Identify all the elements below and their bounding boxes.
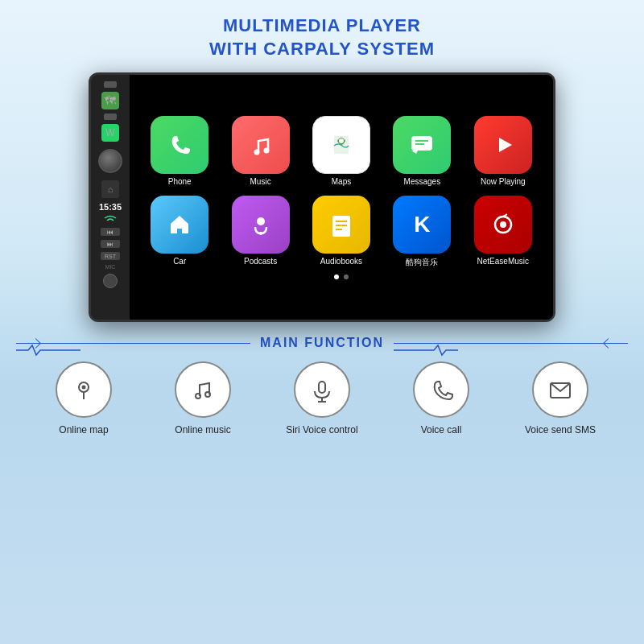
- page-dots[interactable]: [334, 275, 349, 279]
- svg-rect-20: [319, 382, 325, 393]
- app-item-audiobooks[interactable]: Audiobooks: [306, 196, 377, 268]
- app-icon-podcasts: [232, 196, 290, 254]
- app-item-podcasts[interactable]: Podcasts: [225, 196, 295, 268]
- svg-point-7: [257, 217, 265, 225]
- function-online-map: Online map: [35, 361, 132, 436]
- main-function-header: MAIN FUNCTION: [16, 336, 628, 350]
- siri-voice-label: Siri Voice control: [286, 424, 357, 436]
- app-item-nowplaying[interactable]: Now Playing: [468, 116, 539, 186]
- app-label-podcasts: Podcasts: [244, 257, 277, 266]
- app-icon-nowplaying: [474, 116, 532, 174]
- app-item-music[interactable]: Music: [225, 116, 295, 186]
- main-function-title: MAIN FUNCTION: [260, 336, 384, 350]
- wifi-icon: [101, 216, 119, 224]
- title-section: MULTIMEDIA PLAYER WITH CARPALY SYSTEM: [0, 0, 644, 68]
- mic-label: MIC: [105, 264, 116, 270]
- voice-sms-icon: [532, 361, 588, 418]
- app-item-car[interactable]: Car: [144, 196, 215, 268]
- app-icon-kaigou: K: [393, 196, 451, 254]
- app-label-messages: Messages: [404, 177, 441, 186]
- next-btn[interactable]: ⏭: [101, 240, 120, 248]
- voice-sms-label: Voice send SMS: [525, 424, 596, 436]
- app-grid: PhoneMusicMapsMessagesNow PlayingCarPodc…: [138, 116, 545, 268]
- online-music-label: Online music: [175, 424, 230, 436]
- app-label-nowplaying: Now Playing: [481, 177, 526, 186]
- main-function-section: MAIN FUNCTION Online map: [0, 326, 644, 444]
- svg-point-0: [254, 149, 259, 155]
- svg-point-17: [82, 386, 86, 390]
- voice-call-icon: [413, 361, 469, 418]
- app-label-phone: Phone: [168, 177, 192, 186]
- app-label-audiobooks: Audiobooks: [320, 257, 362, 266]
- prev-btn[interactable]: ⏮: [101, 228, 120, 236]
- time-display: 15:35: [99, 202, 122, 212]
- voice-call-label: Voice call: [421, 424, 462, 436]
- rst-btn[interactable]: RST: [101, 252, 120, 260]
- app-label-maps: Maps: [332, 177, 351, 186]
- whatsapp-icon: W: [101, 124, 119, 142]
- app-item-kaigou[interactable]: K酷狗音乐: [386, 196, 457, 268]
- page-title-line2: WITH CARPALY SYSTEM: [0, 38, 644, 61]
- function-siri-voice: Siri Voice control: [274, 361, 370, 436]
- app-icon-music: [232, 116, 290, 174]
- device-wrapper: 🗺 W 15:35 ⏮ ⏭ RST MIC PhoneMusicMapsMess…: [0, 68, 644, 326]
- svg-marker-6: [499, 138, 512, 152]
- dot-1[interactable]: [334, 275, 339, 279]
- svg-point-18: [196, 394, 200, 398]
- app-item-messages[interactable]: Messages: [386, 116, 457, 186]
- circle-button[interactable]: [103, 274, 118, 288]
- home-icon[interactable]: [101, 180, 119, 198]
- svg-point-2: [339, 138, 344, 143]
- app-icon-messages: [393, 116, 451, 174]
- app-icon-car: [151, 196, 208, 254]
- app-icon-audiobooks: [312, 196, 370, 254]
- function-voice-sms: Voice send SMS: [512, 361, 609, 436]
- online-music-icon: [175, 361, 231, 418]
- function-items: Online map Online music: [16, 361, 628, 436]
- svg-point-19: [205, 392, 210, 397]
- app-label-music: Music: [250, 177, 271, 186]
- side-controls: 🗺 W 15:35 ⏮ ⏭ RST MIC: [91, 75, 130, 320]
- svg-point-1: [263, 147, 269, 153]
- app-label-car: Car: [173, 257, 186, 266]
- siri-voice-icon: [294, 361, 350, 418]
- app-label-netease: NetEaseMusic: [477, 257, 529, 266]
- app-item-maps[interactable]: Maps: [306, 116, 377, 186]
- header-line-right: [394, 343, 628, 344]
- app-label-kaigou: 酷狗音乐: [406, 257, 438, 268]
- app-item-phone[interactable]: Phone: [144, 116, 215, 186]
- online-map-icon: [56, 361, 112, 418]
- function-online-music: Online music: [155, 361, 251, 436]
- function-voice-call: Voice call: [393, 361, 489, 436]
- online-map-label: Online map: [59, 424, 108, 436]
- svg-line-15: [503, 214, 507, 217]
- side-btn-2: [104, 114, 117, 120]
- car-stereo-device: 🗺 W 15:35 ⏮ ⏭ RST MIC PhoneMusicMapsMess…: [89, 72, 555, 322]
- header-line-left: [16, 343, 250, 344]
- car-screen: PhoneMusicMapsMessagesNow PlayingCarPodc…: [130, 75, 553, 320]
- page-title-line1: MULTIMEDIA PLAYER: [0, 14, 644, 38]
- svg-point-14: [500, 221, 506, 228]
- app-icon-netease: [474, 196, 532, 254]
- svg-point-8: [259, 232, 262, 235]
- app-item-netease[interactable]: NetEaseMusic: [468, 196, 539, 268]
- app-icon-phone: [151, 116, 208, 174]
- dot-2[interactable]: [344, 275, 349, 279]
- app-icon-maps: [312, 116, 370, 174]
- side-btn-1: [104, 81, 117, 88]
- map-icon: 🗺: [101, 92, 119, 109]
- volume-knob[interactable]: [98, 149, 122, 173]
